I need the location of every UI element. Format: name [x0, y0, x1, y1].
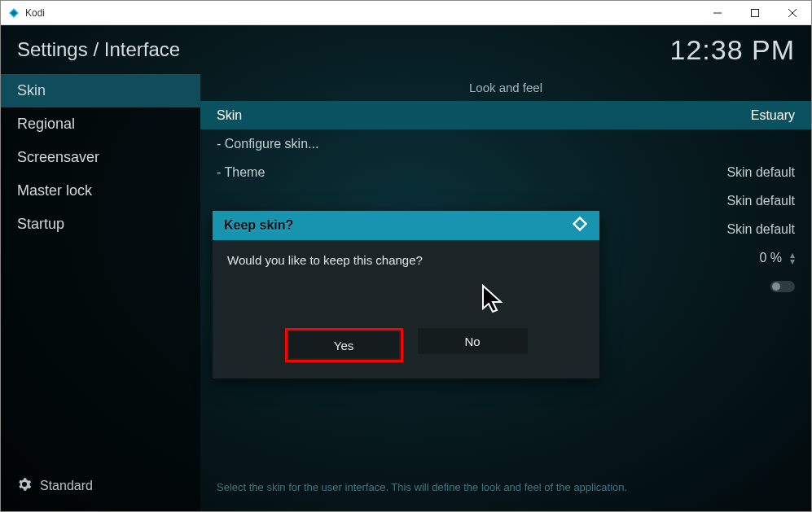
setting-value: Skin default [726, 165, 795, 180]
setting-help-text: Select the skin for the user interface. … [200, 468, 811, 511]
dialog-title: Keep skin? [224, 218, 293, 233]
window-titlebar: Kodi [1, 1, 811, 25]
gear-icon [17, 477, 32, 495]
kodi-app-icon [7, 7, 20, 20]
keep-skin-dialog: Keep skin? Would you like to keep this c… [213, 211, 599, 379]
clock: 12:38 PM [669, 34, 795, 66]
dialog-message: Would you like to keep this change? [227, 253, 423, 267]
sidebar-item-label: Screensaver [17, 149, 99, 165]
setting-label: - Theme [217, 165, 726, 180]
sidebar-item-label: Master lock [17, 182, 92, 199]
window-title: Kodi [25, 7, 45, 19]
kodi-logo-icon [572, 216, 588, 235]
sidebar-item-screensaver[interactable]: Screensaver [1, 141, 200, 174]
chevron-down-icon: ▾ [790, 258, 795, 265]
setting-value: Skin default [726, 222, 795, 237]
setting-configure-skin[interactable]: - Configure skin... [200, 129, 811, 158]
setting-value: Skin default [726, 194, 795, 208]
settings-level-button[interactable]: Standard [1, 466, 200, 511]
setting-value: 0 % [759, 251, 782, 265]
dialog-header: Keep skin? [213, 211, 599, 240]
highlight-box: Yes [285, 328, 403, 362]
window-close-button[interactable] [774, 1, 811, 25]
setting-theme[interactable]: - Theme Skin default [200, 158, 811, 186]
setting-skin[interactable]: Skin Estuary [200, 101, 811, 129]
sidebar-item-label: Startup [17, 216, 64, 232]
sidebar-item-master-lock[interactable]: Master lock [1, 174, 200, 208]
spinner-arrows-icon[interactable]: ▴ ▾ [790, 252, 795, 265]
breadcrumb: Settings / Interface [17, 38, 180, 61]
sidebar-item-label: Regional [17, 116, 75, 132]
sidebar-item-skin[interactable]: Skin [1, 74, 200, 107]
dialog-no-button[interactable]: No [418, 328, 528, 354]
window-maximize-button[interactable] [736, 1, 774, 25]
button-label: No [464, 335, 480, 348]
sidebar-item-startup[interactable]: Startup [1, 208, 200, 241]
toggle-switch[interactable] [770, 281, 795, 292]
setting-label: - Configure skin... [217, 137, 795, 151]
sidebar-item-label: Skin [17, 82, 46, 98]
settings-sidebar: Skin Regional Screensaver Master lock St… [1, 74, 200, 511]
window-minimize-button[interactable] [699, 1, 736, 25]
dialog-yes-button[interactable]: Yes [289, 332, 399, 358]
setting-value: Estuary [751, 108, 795, 123]
setting-label: Skin [217, 108, 751, 123]
svg-rect-1 [752, 9, 759, 16]
section-title: Look and feel [200, 74, 811, 101]
sidebar-item-regional[interactable]: Regional [1, 107, 200, 141]
settings-level-label: Standard [40, 479, 93, 493]
button-label: Yes [334, 339, 353, 352]
